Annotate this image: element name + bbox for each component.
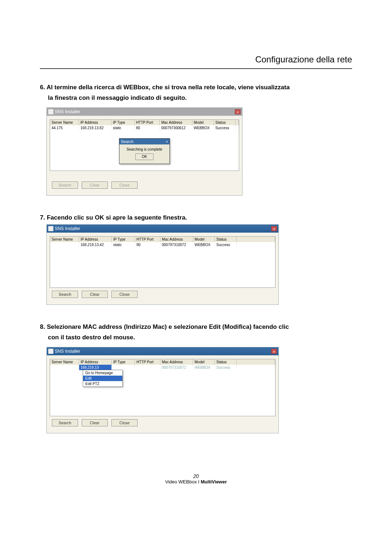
th-ip-type[interactable]: IP Type bbox=[112, 359, 135, 365]
screenshot-2: SNS Installer × Server Name IP Address I… bbox=[46, 224, 279, 305]
page-title: Configurazione della rete bbox=[40, 54, 352, 65]
search-complete-dialog: Search × Searching is complete OK bbox=[119, 138, 170, 164]
th-mac-address[interactable]: Mac Address bbox=[160, 237, 193, 242]
th-status[interactable]: Status bbox=[215, 359, 237, 365]
cell-ip-address: 168,219,13 bbox=[79, 365, 112, 370]
table-row[interactable]: 168,219,13 000797310072 WEBBOX Success bbox=[50, 365, 275, 370]
cell-server-name bbox=[50, 365, 79, 370]
clear-button[interactable]: Clear bbox=[82, 291, 108, 298]
th-server-name[interactable]: Server Name bbox=[50, 237, 79, 242]
results-table: Server Name IP Address IP Type HTTP Port… bbox=[50, 359, 275, 416]
cell-server-name: 44.175 bbox=[50, 125, 79, 131]
window-title: SNS Installer bbox=[55, 349, 80, 354]
cell-status: Success bbox=[215, 365, 237, 370]
cell-server-name bbox=[50, 242, 79, 248]
footer-bold: MultiViewer bbox=[201, 479, 227, 484]
th-http-port[interactable]: HTTP Port bbox=[135, 359, 160, 365]
clear-button[interactable]: Clear bbox=[82, 419, 108, 426]
cell-ip-address: 168.219.13.82 bbox=[79, 125, 111, 131]
cell-http-port: 80 bbox=[135, 242, 160, 248]
cell-mac-address: 000797310072 bbox=[160, 242, 193, 248]
footer-prefix: Video WEBbox I bbox=[165, 479, 201, 484]
page-number: 20 bbox=[40, 473, 352, 479]
cell-status: Success bbox=[215, 242, 237, 248]
step-6-line1: 6. Al termine della ricerca di WEBbox, c… bbox=[40, 83, 352, 92]
close-icon[interactable]: × bbox=[271, 226, 277, 231]
th-model[interactable]: Model bbox=[192, 120, 214, 125]
cell-mac-address: 000797300612 bbox=[160, 125, 192, 131]
menu-go-to-homepage[interactable]: Go to Homepage bbox=[83, 370, 122, 376]
clear-button: Clear bbox=[82, 181, 108, 189]
cell-status: Success bbox=[214, 125, 236, 131]
th-ip-type[interactable]: IP Type bbox=[112, 237, 135, 242]
th-ip-address[interactable]: IP Address bbox=[79, 359, 112, 365]
cell-mac-address: 000797310072 bbox=[160, 365, 193, 370]
step-8-line1: 8. Selezionare MAC address (Indirizzo Ma… bbox=[40, 323, 352, 331]
page-footer: 20 Video WEBbox I MultiViewer bbox=[40, 473, 352, 484]
window-titlebar: SNS Installer × bbox=[47, 108, 242, 116]
cell-http-port: 80 bbox=[135, 125, 160, 131]
window-titlebar: SNS Installer × bbox=[47, 347, 278, 355]
th-status[interactable]: Status bbox=[215, 237, 237, 242]
screenshot-3: SNS Installer × Server Name IP Address I… bbox=[46, 347, 279, 433]
th-model[interactable]: Model bbox=[193, 359, 215, 365]
window-titlebar: SNS Installer × bbox=[47, 225, 278, 233]
search-button[interactable]: Search bbox=[52, 419, 78, 426]
dialog-close-icon[interactable]: × bbox=[166, 139, 168, 144]
th-http-port[interactable]: HTTP Port bbox=[135, 237, 160, 242]
th-http-port[interactable]: HTTP Port bbox=[135, 120, 160, 125]
th-mac-address[interactable]: Mac Address bbox=[160, 359, 193, 365]
table-row[interactable]: 168,219,13,42 static 80 000797310072 WEB… bbox=[50, 242, 275, 248]
cell-model: WEBBOX bbox=[193, 242, 215, 248]
dialog-text: Searching is complete bbox=[122, 147, 167, 151]
menu-edit-ptz[interactable]: Edit PTZ bbox=[83, 381, 122, 387]
cell-http-port bbox=[135, 365, 160, 370]
close-icon[interactable]: × bbox=[271, 349, 277, 354]
divider bbox=[40, 68, 352, 69]
th-status[interactable]: Status bbox=[214, 120, 236, 125]
search-button[interactable]: Search bbox=[52, 291, 78, 298]
app-icon bbox=[48, 226, 53, 231]
dialog-title: Search bbox=[121, 139, 134, 144]
search-button: Search bbox=[52, 181, 78, 189]
window-title: SNS Installer bbox=[55, 109, 80, 114]
screenshot-1: SNS Installer × Server Name IP Address I… bbox=[46, 107, 242, 196]
cell-ip-address: 168,219,13,42 bbox=[79, 242, 112, 248]
cell-model: WEBBOX bbox=[192, 125, 214, 131]
app-icon bbox=[48, 349, 53, 354]
th-server-name[interactable]: Server Name bbox=[50, 120, 79, 125]
th-mac-address[interactable]: Mac Address bbox=[160, 120, 192, 125]
close-button[interactable]: Close bbox=[111, 419, 138, 426]
th-ip-address[interactable]: IP Address bbox=[79, 120, 111, 125]
context-menu: Go to Homepage Edit Edit PTZ bbox=[83, 370, 123, 387]
ok-button[interactable]: OK bbox=[135, 154, 154, 160]
th-model[interactable]: Model bbox=[193, 237, 215, 242]
menu-edit[interactable]: Edit bbox=[83, 376, 122, 381]
table-row[interactable]: 44.175 168.219.13.82 static 80 000797300… bbox=[50, 125, 239, 131]
cell-model: WEBBOX bbox=[193, 365, 215, 370]
results-table: Server Name IP Address IP Type HTTP Port… bbox=[50, 236, 275, 288]
th-server-name[interactable]: Server Name bbox=[50, 359, 79, 365]
window-title: SNS Installer bbox=[55, 226, 80, 231]
close-icon[interactable]: × bbox=[235, 109, 241, 114]
close-button: Close bbox=[111, 181, 138, 189]
step-7: 7. Facendo clic su OK si apre la seguent… bbox=[40, 214, 352, 222]
step-8-line2: con il tasto destro del mouse. bbox=[48, 334, 352, 342]
close-button[interactable]: Close bbox=[111, 291, 138, 298]
th-ip-type[interactable]: IP Type bbox=[111, 120, 135, 125]
app-icon bbox=[48, 109, 53, 114]
cell-ip-type bbox=[112, 365, 135, 370]
step-6-line2: la finestra con il messaggio indicato di… bbox=[48, 94, 352, 102]
cell-ip-type: static bbox=[112, 242, 135, 248]
th-ip-address[interactable]: IP Address bbox=[79, 237, 112, 242]
cell-ip-type: static bbox=[111, 125, 135, 131]
